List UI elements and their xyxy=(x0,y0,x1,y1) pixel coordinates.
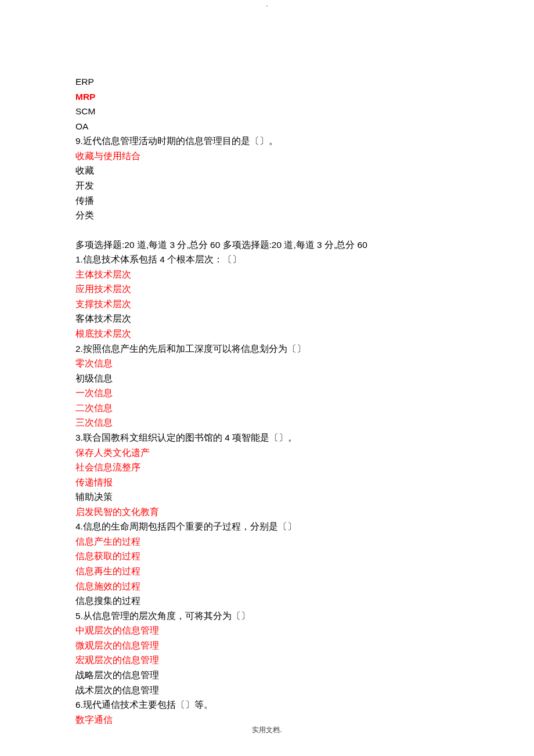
text-line: 1.信息技术体系包括 4 个根本层次：〔〕 xyxy=(75,252,459,267)
answer-option-correct: 信息施效的过程 xyxy=(75,579,459,594)
answer-option-correct: 收藏与使用结合 xyxy=(75,149,459,164)
answer-option-correct: 三次信息 xyxy=(75,415,459,430)
answer-option-correct: 信息产生的过程 xyxy=(75,534,459,549)
answer-option-correct: 主体技术层次 xyxy=(75,267,459,282)
document-body: ERPMRPSCMOA9.近代信息管理活动时期的信息管理目的是〔〕。收藏与使用结… xyxy=(0,10,534,727)
page-header-dot: . xyxy=(0,0,534,8)
text-line: 9.近代信息管理活动时期的信息管理目的是〔〕。 xyxy=(75,134,459,149)
answer-option-correct: 宏观层次的信息管理 xyxy=(75,653,459,668)
text-line: 信息搜集的过程 xyxy=(75,593,459,609)
text-line: 初级信息 xyxy=(75,371,459,386)
answer-option-correct: 传递情报 xyxy=(75,475,459,490)
text-line: 4.信息的生命周期包括四个重要的子过程，分别是〔〕 xyxy=(75,519,459,534)
page-footer: 实用文档. xyxy=(0,725,534,735)
answer-option-correct: 中观层次的信息管理 xyxy=(75,623,459,638)
answer-option-correct: 信息获取的过程 xyxy=(75,549,459,564)
answer-option-correct: MRP xyxy=(75,89,459,105)
answer-option-correct: 微观层次的信息管理 xyxy=(75,638,459,653)
text-line: 战略层次的信息管理 xyxy=(75,668,459,683)
answer-option-correct: 社会信息流整序 xyxy=(75,460,459,475)
text-line: 6.现代通信技术主要包括〔〕等。 xyxy=(75,697,459,712)
answer-option-correct: 保存人类文化遗产 xyxy=(75,445,459,460)
text-line: ERP xyxy=(75,74,459,89)
answer-option-correct: 根底技术层次 xyxy=(75,326,459,341)
text-line: 多项选择题:20 道,每道 3 分,总分 60 多项选择题:20 道,每道 3 … xyxy=(75,237,459,253)
blank-line xyxy=(75,223,459,237)
text-line: 辅助决策 xyxy=(75,489,459,505)
text-line: 分类 xyxy=(75,208,459,223)
text-line: 5.从信息管理的层次角度，可将其分为〔〕 xyxy=(75,609,459,624)
text-line: 战术层次的信息管理 xyxy=(75,683,459,698)
answer-option-correct: 零次信息 xyxy=(75,356,459,371)
text-line: 开发 xyxy=(75,178,459,193)
answer-option-correct: 二次信息 xyxy=(75,401,459,416)
answer-option-correct: 支撑技术层次 xyxy=(75,297,459,312)
text-line: 3.联合国教科文组织认定的图书馆的 4 项智能是〔〕。 xyxy=(75,430,459,445)
text-line: 客体技术层次 xyxy=(75,311,459,326)
answer-option-correct: 一次信息 xyxy=(75,386,459,401)
text-line: 收藏 xyxy=(75,163,459,178)
text-line: SCM xyxy=(75,104,459,119)
answer-option-correct: 应用技术层次 xyxy=(75,282,459,297)
answer-option-correct: 启发民智的文化教育 xyxy=(75,505,459,520)
text-line: OA xyxy=(75,119,459,134)
answer-option-correct: 信息再生的过程 xyxy=(75,564,459,579)
text-line: 传播 xyxy=(75,193,459,208)
text-line: 2.按照信息产生的先后和加工深度可以将信息划分为〔〕 xyxy=(75,341,459,357)
